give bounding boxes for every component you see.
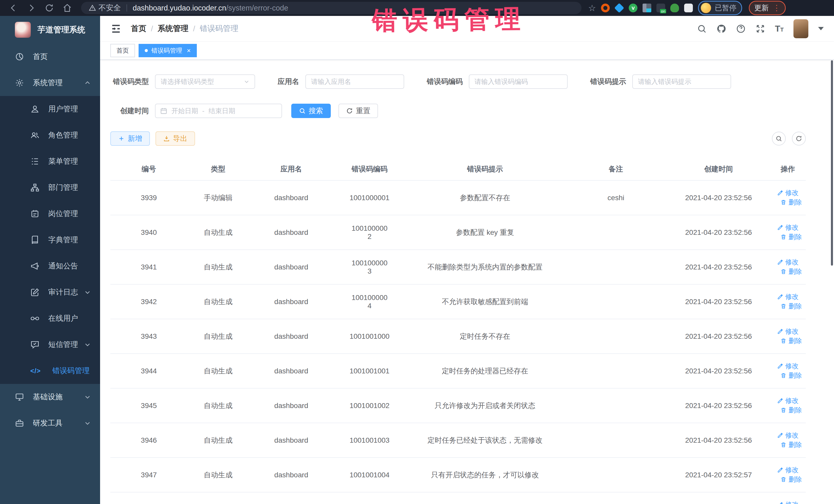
header-ops: 操作: [770, 158, 806, 180]
tab-error-codes[interactable]: 错误码管理 ×: [138, 44, 197, 57]
breadcrumb-separator: /: [193, 24, 195, 33]
export-button[interactable]: 导出: [155, 131, 195, 146]
sidebar-logo-row[interactable]: 芋道管理系统: [0, 16, 100, 44]
delete-link[interactable]: 删除: [781, 336, 802, 345]
delete-link[interactable]: 删除: [781, 267, 802, 276]
extension-icon-2[interactable]: [614, 3, 624, 13]
forward-icon[interactable]: [27, 3, 36, 13]
avatar-caret-icon[interactable]: [818, 27, 824, 30]
edit-link[interactable]: 修改: [777, 223, 798, 232]
sidebar-item-sms[interactable]: 短信管理: [0, 332, 100, 358]
sidebar-item-posts[interactable]: 岗位管理: [0, 201, 100, 227]
delete-link[interactable]: 删除: [781, 302, 802, 311]
scrollbar-thumb[interactable]: [831, 60, 833, 266]
error-hint-input[interactable]: [632, 74, 731, 89]
pencil-icon: [777, 432, 783, 439]
profile-chip[interactable]: 已暂停: [698, 1, 742, 15]
refresh-table-button[interactable]: [792, 132, 806, 146]
active-dot: [145, 49, 148, 52]
date-range-picker[interactable]: 开始日期 - 结束日期: [155, 104, 282, 118]
delete-link-label: 删除: [789, 267, 802, 276]
delete-link[interactable]: 删除: [781, 475, 802, 484]
delete-link[interactable]: 删除: [781, 198, 802, 207]
pencil-icon: [777, 328, 783, 335]
show-search-button[interactable]: [772, 132, 786, 146]
extension-icon-1[interactable]: [601, 4, 610, 12]
sidebar-item-departments[interactable]: 部门管理: [0, 175, 100, 201]
sidebar-item-notices[interactable]: 通知公告: [0, 253, 100, 279]
edit-link-label: 修改: [785, 361, 798, 371]
add-button[interactable]: 新增: [110, 131, 150, 146]
help-icon[interactable]: [736, 24, 746, 34]
chevron-down-icon: [84, 420, 91, 426]
cell-type: 自动生成: [204, 471, 233, 479]
breadcrumb-home[interactable]: 首页: [131, 23, 146, 34]
delete-link[interactable]: 删除: [781, 440, 802, 450]
tab-home[interactable]: 首页: [110, 44, 135, 57]
extension-icon-5[interactable]: [656, 4, 665, 12]
cell-id: 3947: [141, 471, 157, 479]
update-label: 更新: [754, 3, 769, 13]
sidebar-item-label: 短信管理: [48, 339, 78, 350]
edit-link[interactable]: 修改: [777, 188, 798, 197]
browser-menu-icon[interactable]: ⋮: [773, 5, 781, 11]
github-icon[interactable]: [717, 24, 726, 34]
fullscreen-icon[interactable]: [755, 24, 765, 34]
font-size-icon[interactable]: TT: [775, 24, 784, 34]
sidebar-item-dictionary[interactable]: 字典管理: [0, 227, 100, 253]
cell-id: 3943: [141, 332, 157, 340]
sidebar-item-audit-log[interactable]: 审计日志: [0, 279, 100, 305]
app-name-input[interactable]: [305, 74, 404, 89]
sidebar-item-label: 菜单管理: [48, 156, 78, 167]
edit-link[interactable]: 修改: [777, 396, 798, 405]
sidebar-item-home[interactable]: 首页: [0, 44, 100, 70]
bookmark-star-icon[interactable]: ☆: [588, 4, 596, 12]
sidebar-item-roles[interactable]: 角色管理: [0, 122, 100, 148]
delete-link[interactable]: 删除: [781, 406, 802, 415]
reload-icon[interactable]: [45, 3, 54, 13]
sidebar-item-label: 岗位管理: [48, 209, 78, 219]
cell-app: dashboard: [274, 436, 308, 444]
edit-link[interactable]: 修改: [777, 292, 798, 301]
sidebar-item-online-users[interactable]: 在线用户: [0, 305, 100, 332]
extensions-puzzle-icon[interactable]: [684, 4, 693, 12]
edit-link[interactable]: 修改: [777, 500, 798, 504]
extension-icon-4[interactable]: [642, 4, 651, 12]
edit-link[interactable]: 修改: [777, 465, 798, 475]
edit-link[interactable]: 修改: [777, 258, 798, 267]
edit-link[interactable]: 修改: [777, 327, 798, 336]
update-chip[interactable]: 更新 ⋮: [749, 1, 786, 15]
extension-icon-3[interactable]: v: [629, 4, 637, 12]
search-button[interactable]: 搜索: [291, 104, 331, 118]
breadcrumb-system[interactable]: 系统管理: [158, 23, 188, 34]
delete-link[interactable]: 删除: [781, 371, 802, 380]
reset-button[interactable]: 重置: [338, 104, 378, 118]
back-icon[interactable]: [9, 3, 18, 13]
sidebar-item-system[interactable]: 系统管理: [0, 70, 100, 96]
error-type-select[interactable]: 请选择错误码类型: [155, 74, 255, 89]
monitor-icon: [15, 392, 24, 401]
error-code-input[interactable]: [469, 74, 568, 89]
select-placeholder: 请选择错误码类型: [161, 77, 214, 86]
delete-link[interactable]: 删除: [781, 233, 802, 241]
security-warning[interactable]: 不安全: [89, 3, 121, 13]
pencil-icon: [777, 467, 783, 473]
home-icon[interactable]: [63, 3, 72, 13]
overlay-annotation-title: 错误码管理: [372, 2, 526, 38]
reset-button-label: 重置: [356, 106, 370, 116]
edit-link[interactable]: 修改: [777, 431, 798, 440]
search-icon[interactable]: [697, 24, 707, 34]
close-tab-icon[interactable]: ×: [187, 47, 191, 54]
export-button-label: 导出: [173, 134, 187, 144]
sidebar-item-menus[interactable]: 菜单管理: [0, 148, 100, 175]
hamburger-icon[interactable]: [110, 23, 122, 35]
user-avatar[interactable]: [793, 19, 808, 38]
sidebar-item-infrastructure[interactable]: 基础设施: [0, 384, 100, 410]
main-area: 首页 / 系统管理 / 错误码管理 TT 首页 错误码管理 ×: [100, 16, 834, 504]
sidebar-item-users[interactable]: 用户管理: [0, 96, 100, 122]
extension-icon-6[interactable]: [670, 4, 679, 12]
sidebar-item-dev-tools[interactable]: 研发工具: [0, 410, 100, 436]
edit-link[interactable]: 修改: [777, 361, 798, 371]
toolbox-icon: [15, 419, 24, 428]
sidebar-item-error-codes[interactable]: </> 错误码管理: [0, 358, 100, 384]
